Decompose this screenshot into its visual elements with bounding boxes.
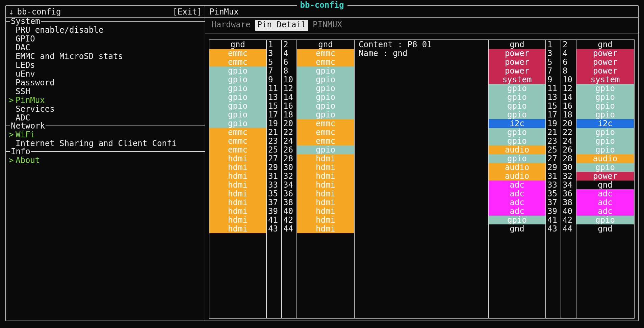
pin-func-cell[interactable]: power	[576, 172, 634, 181]
pin-func-cell[interactable]: emmc	[209, 137, 266, 145]
pin-func-cell[interactable]: gpio	[576, 137, 634, 145]
pin-func-cell[interactable]: hdmi	[297, 181, 354, 189]
pin-func-cell[interactable]: gpio	[297, 84, 354, 93]
pin-func-cell[interactable]: emmc	[297, 58, 354, 66]
pin-func-cell[interactable]: adc	[576, 189, 634, 198]
pin-func-cell[interactable]: gpio	[297, 75, 354, 84]
pin-func-cell[interactable]: gnd	[576, 224, 634, 233]
pin-func-cell[interactable]: hdmi	[297, 163, 354, 172]
pin-func-cell[interactable]: gpio	[576, 93, 634, 102]
pin-func-cell[interactable]: hdmi	[209, 172, 266, 181]
pin-func-cell[interactable]: hdmi	[297, 172, 354, 181]
pin-func-cell[interactable]: gpio	[576, 145, 634, 154]
sidebar-item[interactable]: DAC	[6, 43, 205, 52]
pin-func-cell[interactable]: system	[489, 75, 545, 84]
pin-func-cell[interactable]: gnd	[297, 40, 354, 49]
pin-func-cell[interactable]: i2c	[576, 119, 634, 128]
pin-func-cell[interactable]: gpio	[297, 110, 354, 119]
pin-func-cell[interactable]: adc	[489, 189, 545, 198]
pin-func-cell[interactable]: gpio	[297, 102, 354, 110]
sidebar-item[interactable]: PRU enable/disable	[6, 26, 205, 34]
pin-func-cell[interactable]: gpio	[576, 163, 634, 172]
pin-func-cell[interactable]: gpio	[576, 128, 634, 137]
pin-func-cell[interactable]: gpio	[209, 102, 266, 110]
pin-func-cell[interactable]: gpio	[489, 154, 545, 163]
pin-func-cell[interactable]: hdmi	[297, 189, 354, 198]
pin-func-cell[interactable]: adc	[489, 181, 545, 189]
pin-func-cell[interactable]: emmc	[297, 128, 354, 137]
pin-func-cell[interactable]: gpio	[489, 110, 545, 119]
pin-func-cell[interactable]: gnd	[576, 40, 634, 49]
sidebar-item[interactable]: EMMC and MicroSD stats	[6, 52, 205, 61]
sidebar-item[interactable]: >WiFi	[6, 130, 205, 139]
sidebar-item[interactable]: uEnv	[6, 70, 205, 78]
pin-func-cell[interactable]: hdmi	[297, 224, 354, 233]
pin-func-cell[interactable]: gnd	[576, 181, 634, 189]
pin-func-cell[interactable]: audio	[489, 163, 545, 172]
pin-func-cell[interactable]: emmc	[209, 145, 266, 154]
pin-func-cell[interactable]: gpio	[209, 75, 266, 84]
pin-func-cell[interactable]: gpio	[489, 216, 545, 224]
pin-func-cell[interactable]: hdmi	[209, 154, 266, 163]
pin-func-cell[interactable]: adc	[576, 198, 634, 207]
pin-func-cell[interactable]: hdmi	[297, 216, 354, 224]
pin-func-cell[interactable]: gnd	[489, 40, 545, 49]
pin-func-cell[interactable]: gpio	[297, 66, 354, 75]
sidebar-item[interactable]: LEDs	[6, 61, 205, 70]
pin-func-cell[interactable]: gpio	[576, 110, 634, 119]
pin-func-cell[interactable]: gpio	[576, 102, 634, 110]
pin-func-cell[interactable]: gnd	[489, 224, 545, 233]
pin-func-cell[interactable]: power	[489, 49, 545, 58]
pin-func-cell[interactable]: hdmi	[209, 207, 266, 216]
pin-func-cell[interactable]: hdmi	[209, 163, 266, 172]
tab[interactable]: Pin Detail	[255, 20, 308, 30]
tab[interactable]: PINMUX	[311, 20, 344, 30]
pin-func-cell[interactable]: gpio	[209, 84, 266, 93]
pin-func-cell[interactable]: audio	[576, 154, 634, 163]
pin-func-cell[interactable]: emmc	[297, 137, 354, 145]
pin-func-cell[interactable]: hdmi	[209, 181, 266, 189]
pin-func-cell[interactable]: power	[576, 49, 634, 58]
pin-func-cell[interactable]: gpio	[489, 102, 545, 110]
sidebar-item[interactable]: Internet Sharing and Client Confi	[6, 139, 205, 148]
pin-func-cell[interactable]: gpio	[489, 93, 545, 102]
sidebar-item[interactable]: >About	[6, 156, 205, 165]
pin-func-cell[interactable]: emmc	[297, 119, 354, 128]
pin-func-cell[interactable]: gpio	[209, 93, 266, 102]
pin-func-cell[interactable]: power	[489, 66, 545, 75]
pin-func-cell[interactable]: power	[576, 58, 634, 66]
pin-func-cell[interactable]: gpio	[576, 216, 634, 224]
pin-func-cell[interactable]: power	[576, 66, 634, 75]
pin-func-cell[interactable]: adc	[489, 207, 545, 216]
pin-func-cell[interactable]: emmc	[209, 58, 266, 66]
pin-func-cell[interactable]: gpio	[209, 66, 266, 75]
sidebar-item[interactable]: GPIO	[6, 34, 205, 43]
pin-func-cell[interactable]: gpio	[489, 84, 545, 93]
pin-func-cell[interactable]: hdmi	[209, 224, 266, 233]
pin-func-cell[interactable]: hdmi	[209, 198, 266, 207]
pin-func-cell[interactable]: gpio	[209, 110, 266, 119]
pin-func-cell[interactable]: hdmi	[297, 207, 354, 216]
pin-func-cell[interactable]: emmc	[209, 49, 266, 58]
pin-func-cell[interactable]: hdmi	[209, 216, 266, 224]
pin-func-cell[interactable]: gpio	[209, 119, 266, 128]
pin-func-cell[interactable]: system	[576, 75, 634, 84]
pin-func-cell[interactable]: emmc	[209, 128, 266, 137]
pin-func-cell[interactable]: audio	[489, 172, 545, 181]
pin-func-cell[interactable]: gpio	[576, 84, 634, 93]
pin-func-cell[interactable]: power	[489, 58, 545, 66]
pin-func-cell[interactable]: emmc	[297, 49, 354, 58]
sidebar-item[interactable]: >PinMux	[6, 96, 205, 105]
pin-func-cell[interactable]: gpio	[297, 93, 354, 102]
tab[interactable]: Hardware	[209, 20, 253, 30]
pin-func-cell[interactable]: hdmi	[297, 198, 354, 207]
pin-func-cell[interactable]: i2c	[489, 119, 545, 128]
pin-func-cell[interactable]: gpio	[489, 137, 545, 145]
exit-button[interactable]: [Exit]	[173, 7, 202, 16]
sidebar-item[interactable]: Password	[6, 78, 205, 87]
pin-func-cell[interactable]: hdmi	[209, 189, 266, 198]
sidebar-item[interactable]: Services	[6, 105, 205, 113]
pin-func-cell[interactable]: audio	[489, 145, 545, 154]
pin-func-cell[interactable]: gpio	[297, 145, 354, 154]
pin-func-cell[interactable]: gpio	[489, 128, 545, 137]
